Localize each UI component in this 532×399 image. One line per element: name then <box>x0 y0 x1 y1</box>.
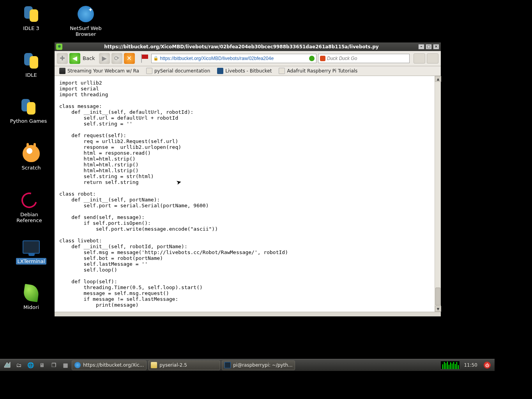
terminal-icon <box>22 238 41 256</box>
task-item-label: pyserial-2.5 <box>159 362 187 368</box>
back-label: Back <box>83 55 95 61</box>
desktop-icon-idle-3[interactable]: IDLE 3 <box>10 5 53 32</box>
window-title: https://bitbucket.org/XicoMBD/livebots/r… <box>65 44 418 49</box>
desktop-icon-label: Python Games <box>9 118 49 124</box>
new-tab-button[interactable]: ✚ <box>57 53 68 64</box>
desktop-icon-debian-reference[interactable]: Debian Reference <box>8 191 51 224</box>
search-input[interactable] <box>327 56 408 61</box>
bookmark-flag-icon[interactable] <box>140 54 150 63</box>
doc-icon <box>146 68 152 74</box>
desktop-icon-label: Midori <box>22 304 41 311</box>
window-switcher-icon[interactable]: ❐ <box>48 360 59 370</box>
desktop-icon-python-games[interactable]: Python Games <box>7 97 50 124</box>
bookmark-streaming-your-webcam-w-[interactable]: Streaming Your Webcam w/ Ra <box>56 67 142 75</box>
url-input[interactable] <box>160 56 308 61</box>
back-button[interactable]: ◀ <box>69 53 80 64</box>
toolbar: ✚ ◀ Back ▶ ⟳ ✕ 🔒 <box>55 51 441 66</box>
desktop-icon-midori[interactable]: Midori <box>10 284 53 311</box>
minimize-button[interactable]: – <box>418 44 424 49</box>
bookmark-livebots-bitbucket[interactable]: Livebots - Bitbucket <box>214 67 275 75</box>
close-button[interactable]: ✕ <box>433 44 439 49</box>
desktop-icon-label: NetSurf Web Browser <box>64 25 107 37</box>
python-icon <box>19 97 38 116</box>
python-icon <box>22 5 41 23</box>
terminal-icon <box>224 362 231 368</box>
bookmark-label: Adafruit Raspberry Pi Tutorials <box>287 68 357 74</box>
python-icon <box>22 51 41 70</box>
web-browser-icon[interactable]: 🌐 <box>25 360 36 370</box>
titlebar[interactable]: ✱ https://bitbucket.org/XicoMBD/livebots… <box>55 42 441 51</box>
start-menu-button[interactable] <box>2 360 12 370</box>
desktop-icon-label: Debian Reference <box>8 211 51 224</box>
go-button[interactable] <box>309 56 315 61</box>
file-manager-icon[interactable]: 🗂 <box>13 360 24 370</box>
settings-button[interactable] <box>427 53 438 64</box>
debian-icon <box>20 191 39 210</box>
task-item-label: https://bitbucket.org/Xic... <box>83 362 144 368</box>
url-bar[interactable]: 🔒 <box>151 54 316 63</box>
task-item-https-bitbucket-org-[interactable]: https://bitbucket.org/Xic... <box>72 360 147 370</box>
desktop-icon-lxterminal[interactable]: LXTerminal <box>10 238 53 265</box>
desktop-icon-idle[interactable]: IDLE <box>10 51 53 78</box>
scratch-icon <box>22 144 41 163</box>
cam-icon <box>59 68 65 74</box>
page-content[interactable]: import urllib2 import serial import thre… <box>55 76 435 312</box>
task-item-pyserial-2-5[interactable]: pyserial-2.5 <box>148 360 220 370</box>
clock[interactable]: 11:50 <box>461 362 481 368</box>
app-icon: ✱ <box>56 44 62 50</box>
scroll-up-button[interactable]: ▲ <box>435 76 441 82</box>
task-item-label: pi@raspberrypi: ~/pyth... <box>233 362 292 368</box>
folder-icon <box>151 362 157 368</box>
lock-icon: 🔒 <box>153 56 159 61</box>
statusbar <box>55 312 441 316</box>
bookmark-label: Livebots - Bitbucket <box>225 68 272 74</box>
netsurf-icon <box>74 362 81 368</box>
bookmark-label: pySerial documentation <box>154 68 210 74</box>
scroll-down-button[interactable]: ▼ <box>435 306 441 312</box>
taskbar: 🗂 🌐 🖥 ❐ ▦ https://bitbucket.org/Xic...py… <box>0 359 495 371</box>
stop-button[interactable]: ✕ <box>124 53 135 64</box>
bookmarks-bar: Streaming Your Webcam w/ RapySerial docu… <box>55 66 441 76</box>
reload-button[interactable]: ⟳ <box>111 53 122 64</box>
bookmark-adafruit-raspberry-pi-tu[interactable]: Adafruit Raspberry Pi Tutorials <box>276 67 361 75</box>
forward-button[interactable]: ▶ <box>99 53 110 64</box>
desktop-icon-scratch[interactable]: Scratch <box>10 144 53 171</box>
view-button[interactable] <box>414 53 425 64</box>
maximize-button[interactable]: ▢ <box>426 44 432 49</box>
desktop-icon-label: Scratch <box>20 164 42 171</box>
bookmark-label: Streaming Your Webcam w/ Ra <box>67 68 139 74</box>
scroll-thumb[interactable] <box>435 288 440 305</box>
cpu-monitor[interactable] <box>440 361 460 369</box>
power-button[interactable]: ⏻ <box>484 362 491 369</box>
desktop-icon-netsurf-web-browser[interactable]: NetSurf Web Browser <box>64 5 107 37</box>
desktop-icon-label: IDLE <box>24 72 38 78</box>
tile-windows-icon[interactable]: ▦ <box>60 360 71 370</box>
show-desktop-icon[interactable]: 🖥 <box>37 360 48 370</box>
desktop-icon-label: LXTerminal <box>16 258 47 265</box>
browser-window: ✱ https://bitbucket.org/XicoMBD/livebots… <box>54 42 441 317</box>
netsurf-icon <box>76 5 95 23</box>
bb-icon <box>217 68 223 74</box>
midori-icon <box>22 284 41 302</box>
scrollbar[interactable]: ▲ ▼ <box>435 76 441 312</box>
ddg-icon <box>320 56 325 61</box>
bookmark-pyserial-documentation[interactable]: pySerial documentation <box>143 67 213 75</box>
desktop-icon-label: IDLE 3 <box>21 25 41 32</box>
pi-icon <box>279 68 285 74</box>
task-item-pi-raspberrypi-pyth-[interactable]: pi@raspberrypi: ~/pyth... <box>222 360 295 370</box>
search-bar[interactable] <box>318 54 410 63</box>
